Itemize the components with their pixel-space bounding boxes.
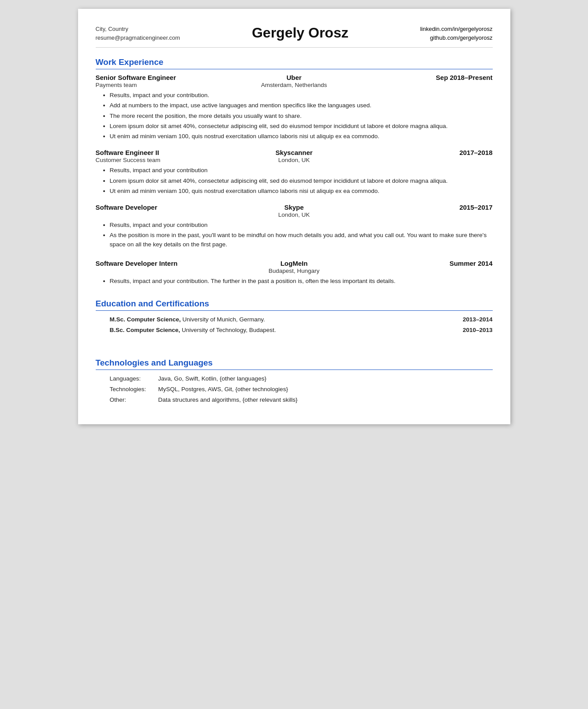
tech-value-1: Java, Go, Swift, Kotlin, {other language… (158, 374, 493, 383)
header-left: City, Country resume@pragmaticengineer.c… (96, 25, 180, 42)
job-dates-1: Sep 2018–Present (360, 74, 493, 81)
bullet-1-4: Ut enim ad minim veniam 100, quis nostru… (110, 132, 493, 141)
edu-bold-1: M.Sc. Computer Science, (110, 316, 181, 323)
job-location-4: Budapest, Hungary (228, 268, 360, 274)
bullet-1-3: Lorem ipsum dolor sit amet 40%, consecte… (110, 122, 493, 131)
tech-item-1: Languages: Java, Go, Swift, Kotlin, {oth… (110, 374, 493, 383)
job-company-2: Skyscanner (228, 149, 360, 156)
job-team-1: Payments team (96, 82, 228, 88)
bullet-1-2: The more recent the position, the more d… (110, 112, 493, 121)
technologies-divider (96, 370, 493, 370)
tech-label-2: Technologies: (110, 385, 158, 394)
job-dates-2: 2017–2018 (360, 149, 493, 156)
job-title-1: Senior Software Engineer (96, 74, 228, 81)
job-title-4: Software Developer Intern (96, 260, 228, 267)
edu-bold-2: B.Sc. Computer Science, (110, 327, 180, 333)
edu-item-1: M.Sc. Computer Science, University of Mu… (110, 315, 493, 324)
bullet-2-2: Ut enim ad minim veniam 100, quis nostru… (110, 187, 493, 196)
job-subrow-1: Payments team Amsterdam, Netherlands (96, 82, 493, 88)
job-dates-3: 2015–2017 (360, 204, 493, 211)
job-bullets-2: Results, impact and your contribution Lo… (96, 166, 493, 196)
job-company-4: LogMeIn (228, 260, 360, 267)
bullet-1-1: Add at numbers to the impact, use active… (110, 101, 493, 110)
job-header-row-1: Senior Software Engineer Uber Sep 2018–P… (96, 74, 493, 81)
education-list: M.Sc. Computer Science, University of Mu… (96, 315, 493, 346)
job-bullets-3: Results, impact and your contribution As… (96, 221, 493, 249)
edu-text-3 (110, 337, 453, 346)
bullet-3-0: Results, impact and your contribution (110, 221, 493, 230)
job-entry-1: Senior Software Engineer Uber Sep 2018–P… (96, 74, 493, 141)
job-company-3: Skype (228, 204, 360, 211)
technologies-title: Technologies and Languages (96, 358, 493, 368)
job-title-3: Software Developer (96, 204, 228, 211)
job-subrow-3: London, UK (96, 211, 493, 218)
bullet-4-0: Results, impact and your contribution. T… (110, 277, 493, 286)
education-section: Education and Certifications M.Sc. Compu… (96, 299, 493, 346)
job-entry-4: Software Developer Intern LogMeIn Summer… (96, 260, 493, 286)
header-city: City, Country (96, 25, 180, 34)
header-email: resume@pragmaticengineer.com (96, 34, 180, 42)
work-experience-title: Work Experience (96, 57, 493, 67)
technologies-section: Technologies and Languages Languages: Ja… (96, 358, 493, 405)
tech-item-2: Technologies: MySQL, Postgres, AWS, Git,… (110, 385, 493, 394)
job-location-2: London, UK (228, 157, 360, 163)
header-right: linkedin.com/in/gergelyorosz github.com/… (420, 25, 492, 42)
edu-year-1: 2013–2014 (453, 315, 493, 324)
technologies-list: Languages: Java, Go, Swift, Kotlin, {oth… (96, 374, 493, 405)
edu-text-2: B.Sc. Computer Science, University of Te… (110, 326, 453, 335)
header-name: Gergely Orosz (180, 25, 420, 41)
edu-normal-2: University of Technology, Budapest. (180, 327, 276, 333)
bullet-1-0: Results, impact and your contribution. (110, 91, 493, 100)
education-divider (96, 310, 493, 311)
edu-item-2: B.Sc. Computer Science, University of Te… (110, 326, 493, 335)
bullet-2-0: Results, impact and your contribution (110, 166, 493, 175)
job-header-row-3: Software Developer Skype 2015–2017 (96, 204, 493, 211)
job-bullets-4: Results, impact and your contribution. T… (96, 277, 493, 286)
tech-item-3: Other: Data structures and algorithms, {… (110, 396, 493, 404)
job-location-1: Amsterdam, Netherlands (228, 82, 360, 88)
work-experience-section: Work Experience Senior Software Engineer… (96, 57, 493, 286)
header: City, Country resume@pragmaticengineer.c… (96, 25, 493, 48)
bullet-3-1: As the position is more in the past, you… (110, 231, 493, 249)
job-title-2: Software Engineer II (96, 149, 228, 156)
job-dates-4: Summer 2014 (360, 260, 493, 267)
edu-normal-1: University of Munich, Germany. (181, 316, 265, 323)
edu-year-2: 2010–2013 (453, 326, 493, 335)
header-github: github.com/gergelyorosz (420, 34, 492, 42)
tech-label-3: Other: (110, 396, 158, 404)
bullet-2-1: Lorem ipsum dolor sit amet 40%, consecte… (110, 177, 493, 185)
education-title: Education and Certifications (96, 299, 493, 309)
edu-year-3 (453, 337, 493, 346)
resume-page: City, Country resume@pragmaticengineer.c… (78, 9, 510, 424)
job-entry-3: Software Developer Skype 2015–2017 Londo… (96, 204, 493, 249)
job-subrow-2: Customer Success team London, UK (96, 157, 493, 163)
work-experience-divider (96, 69, 493, 69)
job-location-3: London, UK (228, 211, 360, 218)
edu-text-1: M.Sc. Computer Science, University of Mu… (110, 315, 453, 324)
job-bullets-1: Results, impact and your contribution. A… (96, 91, 493, 141)
edu-item-3 (110, 337, 493, 346)
job-header-row-4: Software Developer Intern LogMeIn Summer… (96, 260, 493, 267)
job-subrow-4: Budapest, Hungary (96, 268, 493, 274)
job-entry-2: Software Engineer II Skyscanner 2017–201… (96, 149, 493, 196)
tech-label-1: Languages: (110, 374, 158, 383)
job-team-2: Customer Success team (96, 157, 228, 163)
header-linkedin: linkedin.com/in/gergelyorosz (420, 25, 492, 34)
job-header-row-2: Software Engineer II Skyscanner 2017–201… (96, 149, 493, 156)
job-company-1: Uber (228, 74, 360, 81)
tech-value-2: MySQL, Postgres, AWS, Git, {other techno… (158, 385, 493, 394)
tech-value-3: Data structures and algorithms, {other r… (158, 396, 493, 404)
